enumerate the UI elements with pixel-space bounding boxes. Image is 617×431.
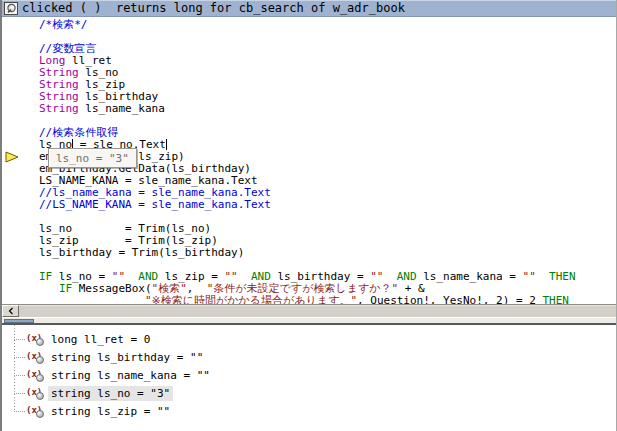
variable-item[interactable]: (x)long ll_ret = 0 bbox=[2, 330, 616, 348]
text-caret bbox=[166, 139, 167, 150]
tree-guide-line bbox=[14, 325, 15, 412]
script-signature: clicked ( ) returns long for cb_search o… bbox=[22, 1, 405, 16]
variable-item[interactable]: (x)string ls_birthday = "" bbox=[2, 348, 616, 366]
variable-declaration: string ls_no = "3" bbox=[48, 386, 173, 401]
pane-scrollbar-thumb[interactable] bbox=[4, 319, 34, 323]
code-token: //LS_NAME_KANA = sle_name_kana.Text bbox=[39, 198, 271, 211]
variable-icon-ball bbox=[36, 374, 44, 382]
code-token: String bbox=[39, 102, 79, 115]
execution-pointer-icon bbox=[5, 151, 20, 163]
variable-icon-ball bbox=[36, 356, 44, 364]
code-line[interactable]: /*検索*/ bbox=[2, 19, 616, 31]
code-token bbox=[536, 270, 549, 283]
tree-branch-line bbox=[14, 357, 25, 358]
code-token: /*検索*/ bbox=[39, 18, 88, 31]
script-editor[interactable]: /*検索*///変数宣言Long ll_retString ls_noStrin… bbox=[2, 17, 616, 304]
tree-branch-line bbox=[14, 393, 25, 394]
variable-declaration: long ll_ret = 0 bbox=[48, 332, 153, 347]
variable-icon-ball bbox=[36, 410, 44, 418]
variable-item[interactable]: (x)string ls_no = "3" bbox=[2, 384, 616, 402]
chevron-left-icon bbox=[7, 307, 15, 315]
code-token: ls_name_kana bbox=[79, 102, 165, 115]
variable-icon-ball bbox=[36, 338, 44, 346]
variables-panel: (x)long ll_ret = 0(x)string ls_birthday … bbox=[2, 325, 616, 431]
event-icon[interactable] bbox=[4, 2, 18, 15]
scroll-left-button[interactable] bbox=[2, 305, 19, 317]
variable-declaration: string ls_name_kana = "" bbox=[48, 368, 213, 383]
variable-item[interactable]: (x)string ls_name_kana = "" bbox=[2, 366, 616, 384]
variable-list: (x)long ll_ret = 0(x)string ls_birthday … bbox=[2, 330, 616, 420]
pane-scroll-strip bbox=[2, 317, 616, 323]
variable-value-tooltip: ls_no = "3" bbox=[48, 148, 137, 168]
variable-icon-ball bbox=[36, 392, 44, 400]
variable-declaration: string ls_zip = "" bbox=[48, 404, 173, 419]
code-line[interactable]: String ls_name_kana bbox=[2, 103, 616, 115]
variable-declaration: string ls_birthday = "" bbox=[48, 350, 206, 365]
variable-icon: (x) bbox=[26, 404, 44, 418]
code-token: ls_name_kana = bbox=[417, 270, 523, 283]
variable-item[interactable]: (x)string ls_zip = "" bbox=[2, 402, 616, 420]
code-line[interactable]: "※検索に時間がかかる場合があります。", Question!, YesNo!,… bbox=[2, 295, 616, 304]
variable-icon: (x) bbox=[26, 332, 44, 346]
scrollbar-track[interactable] bbox=[19, 305, 616, 317]
code-token: , Question!, YesNo!, 2) = 2 bbox=[357, 294, 542, 304]
code-token: "※検索に時間がかかる場合があります。" bbox=[145, 294, 357, 304]
tree-branch-line bbox=[14, 375, 25, 376]
code-token: ls_birthday = Trim(ls_birthday) bbox=[39, 246, 244, 259]
code-line[interactable]: ls_birthday = Trim(ls_birthday) bbox=[2, 247, 616, 259]
variable-icon: (x) bbox=[26, 350, 44, 364]
event-icon-glyph bbox=[6, 3, 17, 14]
code-line[interactable]: //LS_NAME_KANA = sle_name_kana.Text bbox=[2, 199, 616, 211]
code-token bbox=[39, 294, 145, 304]
debugger-script-window: clicked ( ) returns long for cb_search o… bbox=[0, 0, 617, 431]
code-token: THEN bbox=[549, 270, 576, 283]
code-token: THEN bbox=[542, 294, 569, 304]
tree-branch-line bbox=[14, 339, 25, 340]
tree-branch-line bbox=[14, 411, 25, 412]
variable-icon: (x) bbox=[26, 368, 44, 382]
script-title-bar[interactable]: clicked ( ) returns long for cb_search o… bbox=[2, 0, 616, 17]
variable-icon: (x) bbox=[26, 386, 44, 400]
horizontal-scrollbar[interactable] bbox=[2, 304, 616, 317]
code-token: "" bbox=[523, 270, 536, 283]
